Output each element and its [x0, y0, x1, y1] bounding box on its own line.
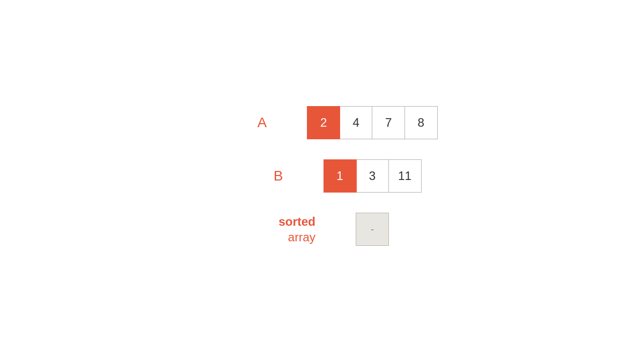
main-container: A 2 4 7 8 B 1 3 11 — [0, 0, 644, 362]
array-b-row: B 1 3 11 — [0, 159, 644, 193]
cell-a-2: 7 — [372, 106, 405, 139]
cell-a-3: 8 — [405, 106, 438, 139]
array-b-cells: 1 3 11 — [324, 159, 422, 193]
array-b-label: B — [223, 168, 283, 184]
sorted-array-row: sorted array - — [0, 213, 644, 246]
array-a-cells: 2 4 7 8 — [307, 106, 438, 139]
cell-b-1: 3 — [356, 159, 389, 193]
cell-sorted-0: - — [356, 213, 389, 246]
sorted-array-cells: - — [356, 213, 389, 246]
cell-b-0: 1 — [324, 159, 357, 193]
cell-a-0: 2 — [307, 106, 340, 139]
cell-a-1: 4 — [340, 106, 373, 139]
array-a-row: A 2 4 7 8 — [0, 106, 644, 139]
sorted-array-label: sorted array — [255, 214, 315, 245]
array-a-label: A — [206, 115, 267, 131]
cell-b-2: 11 — [388, 159, 422, 193]
